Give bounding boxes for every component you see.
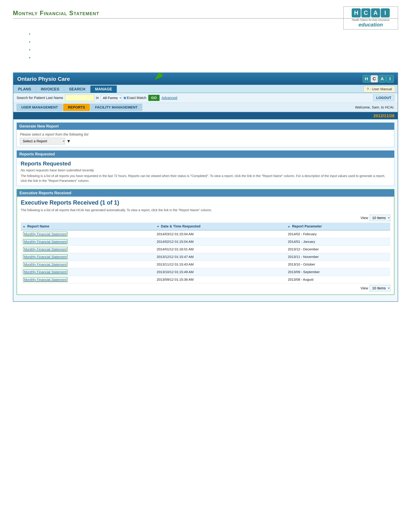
- table-cell-datetime: 2013/10/12 01:15:49 AM: [154, 268, 286, 276]
- bullet-item-1: [32, 31, 398, 36]
- report-name-link[interactable]: Monthly Financial Statement: [23, 247, 68, 252]
- table-cell-report-name: Monthly Financial Statement: [21, 238, 154, 246]
- table-cell-report-name: Monthly Financial Statement: [21, 230, 154, 238]
- table-cell-datetime: 2014/01/12 01:16:01 AM: [154, 246, 286, 253]
- tab-reports[interactable]: REPORTS: [63, 104, 90, 111]
- exec-reports-title: Executive Reports Received (1 of 1): [21, 199, 390, 206]
- table-row: Monthly Financial Statement2013/10/12 01…: [21, 268, 390, 276]
- table-cell-datetime: 2013/09/12 01:15:36 AM: [154, 276, 286, 283]
- advanced-link[interactable]: Advanced: [161, 96, 177, 100]
- view-row-bottom: View 10 Items 25 Items 50 Items: [21, 285, 390, 292]
- report-name-link[interactable]: Monthly Financial Statement: [23, 262, 68, 267]
- col-datetime: Date & Time Requested: [154, 223, 286, 230]
- report-name-link[interactable]: Monthly Financial Statement: [23, 254, 68, 259]
- report-select-row: Select a Report ▼: [20, 138, 391, 144]
- reports-requested-section: Reports Requested Reports Requested No r…: [17, 150, 394, 186]
- col-datetime-icon: [157, 224, 160, 228]
- app-logo-c: C: [371, 75, 378, 83]
- app-header: Ontario Physio Care H C A I: [13, 73, 398, 85]
- user-manual-button[interactable]: ? - User Manual: [364, 86, 395, 92]
- table-cell-datetime: 2014/02/12 01:15:04 AM: [154, 238, 286, 246]
- reports-requested-title: Reports Requested: [21, 161, 390, 167]
- reports-requested-body: Reports Requested No report requests hav…: [17, 158, 394, 186]
- tab-search[interactable]: SEARCH: [64, 86, 90, 93]
- search-in-label: in: [96, 96, 99, 100]
- exec-reports-header: Executive Reports Received: [17, 190, 394, 197]
- exec-reports-desc: The following is a list of all reports t…: [21, 208, 390, 212]
- table-cell-param: 2013/11 - November: [286, 253, 390, 261]
- table-cell-datetime: 2013/11/12 01:15:43 AM: [154, 261, 286, 268]
- logo-letter-c: C: [361, 8, 370, 17]
- hcai-logo-icons: H C A I: [347, 8, 394, 17]
- table-cell-param: 2013/10 - October: [286, 261, 390, 268]
- col-param: Report Parameter: [286, 223, 390, 230]
- tab-plans[interactable]: PLANS: [13, 86, 36, 93]
- logo-edu: education: [347, 22, 394, 28]
- table-cell-datetime: 2014/03/12 01:15:04 AM: [154, 230, 286, 238]
- table-row: Monthly Financial Statement2014/03/12 01…: [21, 230, 390, 238]
- org-name: Ontario Physio Care: [17, 76, 70, 82]
- nav-tabs-row: PLANS INVOICES SEARCH MANAGE ? - User Ma…: [13, 85, 398, 93]
- date-row: 2012/11/28: [13, 112, 398, 119]
- search-input[interactable]: [65, 95, 94, 101]
- app-logo-h: H: [363, 75, 370, 83]
- app-logo-i: I: [386, 75, 394, 83]
- report-select-dropdown[interactable]: Select a Report: [20, 138, 65, 144]
- sub-nav-row: USER MANAGEMENT REPORTS FACILITY MANAGEM…: [13, 103, 398, 112]
- view-select-bottom[interactable]: 10 Items 25 Items 50 Items: [370, 285, 390, 291]
- generate-report-body: Please select a report from the followin…: [17, 130, 394, 147]
- view-row-top: View 10 Items 25 Items 50 Items: [21, 215, 390, 221]
- table-body: Monthly Financial Statement2014/03/12 01…: [21, 230, 390, 283]
- search-bar-row: Search for Patient Last Name in All Form…: [13, 93, 398, 103]
- bullet-item-2: [32, 39, 398, 44]
- logo-subtitle: Health Claims for Auto Insurance: [347, 18, 394, 22]
- table-cell-report-name: Monthly Financial Statement: [21, 253, 154, 261]
- report-name-link[interactable]: Monthly Financial Statement: [23, 232, 68, 237]
- svg-line-1: [155, 72, 165, 80]
- generate-report-section: Generate New Report Please select a repo…: [17, 123, 394, 147]
- table-cell-param: 2013/12 - December: [286, 246, 390, 253]
- reports-requested-notice: No report requests have been submitted r…: [21, 168, 390, 172]
- exec-reports-section: Executive Reports Received Executive Rep…: [17, 189, 394, 295]
- table-row: Monthly Financial Statement2013/09/12 01…: [21, 276, 390, 283]
- tab-facility-management[interactable]: FACILITY MANAGEMENT: [90, 104, 142, 111]
- app-logo-a: A: [378, 75, 386, 83]
- bullet-section: [0, 25, 411, 69]
- search-label: Search for Patient Last Name: [17, 96, 63, 100]
- table-cell-datetime: 2013/12/12 01:15:47 AM: [154, 253, 286, 261]
- tab-invoices[interactable]: INVOICES: [36, 86, 64, 93]
- view-select-top[interactable]: 10 Items 25 Items 50 Items: [370, 215, 390, 221]
- table-row: Monthly Financial Statement2013/12/12 01…: [21, 253, 390, 261]
- app-window: Ontario Physio Care H C A I PLANS INVO: [13, 72, 398, 302]
- report-name-link[interactable]: Monthly Financial Statement: [23, 239, 68, 244]
- table-cell-param: 2014/01 - January: [286, 238, 390, 246]
- report-name-link[interactable]: Monthly Financial Statement: [23, 270, 68, 274]
- report-name-link[interactable]: Monthly Financial Statement: [23, 277, 68, 282]
- view-label-top: View: [361, 216, 368, 220]
- table-cell-param: 2013/09 - September: [286, 268, 390, 276]
- welcome-text: Welcome, Sam, to HCAI.: [355, 105, 394, 109]
- current-date: 2012/11/28: [374, 113, 394, 118]
- select-report-label: Please select a report from the followin…: [20, 132, 391, 137]
- bullet-item-4: [32, 55, 398, 60]
- table-cell-param: 2013/08 - August: [286, 276, 390, 283]
- table-cell-report-name: Monthly Financial Statement: [21, 268, 154, 276]
- exact-match-checkbox[interactable]: [124, 97, 126, 99]
- logo-letter-h: H: [352, 8, 361, 17]
- table-row: Monthly Financial Statement2013/11/12 01…: [21, 261, 390, 268]
- hcai-logo: H C A I Health Claims for Auto Insurance…: [343, 6, 398, 30]
- tab-user-management[interactable]: USER MANAGEMENT: [17, 104, 63, 111]
- table-cell-report-name: Monthly Financial Statement: [21, 276, 154, 283]
- exec-reports-body: Executive Reports Received (1 of 1) The …: [17, 197, 394, 294]
- tab-manage[interactable]: MANAGE: [90, 86, 117, 93]
- search-form-select[interactable]: All Forms: [101, 95, 122, 101]
- col-report-name: Report Name: [21, 223, 154, 230]
- go-button[interactable]: GO: [148, 95, 159, 101]
- view-label-bottom: View: [361, 286, 368, 290]
- table-row: Monthly Financial Statement2014/01/12 01…: [21, 246, 390, 253]
- reports-table: Report Name Date & Time Requested Report…: [21, 223, 390, 283]
- reports-requested-header: Reports Requested: [17, 151, 394, 158]
- generate-report-header: Generate New Report: [17, 123, 394, 130]
- bullet-item-3: [32, 47, 398, 52]
- logout-button[interactable]: LOGOUT: [373, 95, 394, 101]
